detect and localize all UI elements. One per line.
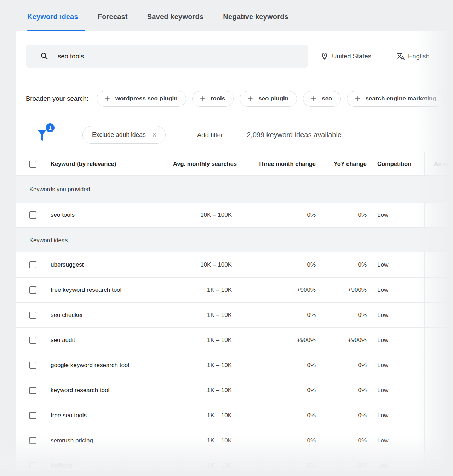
ad-impression-share-cell: [424, 353, 453, 378]
competition-cell: Low: [372, 203, 424, 227]
yoy-change-cell: 0%: [321, 353, 372, 378]
keyword-cell: free seo tools: [51, 403, 155, 428]
row-checkbox[interactable]: [29, 261, 36, 268]
broaden-chip-wordpress-seo-plugin[interactable]: wordpress seo plugin: [97, 91, 186, 107]
table-row[interactable]: semrush pricing 1K – 10K 0% 0% Low: [16, 428, 453, 453]
chip-label: tools: [211, 95, 225, 102]
plus-icon: [199, 95, 206, 102]
filter-count-badge: 1: [46, 123, 55, 132]
broaden-label: Broaden your search:: [26, 95, 88, 103]
filter-funnel-button[interactable]: 1: [36, 125, 53, 144]
three-month-change-cell: 0%: [242, 252, 321, 277]
column-header-competition[interactable]: Competition: [372, 152, 424, 175]
location-selector[interactable]: United States: [320, 45, 371, 68]
three-month-change-cell: 0%: [242, 403, 321, 428]
ad-impression-share-cell: [424, 453, 453, 471]
yoy-change-cell: 0%: [321, 203, 372, 227]
broaden-search-row: Broaden your search: wordpress seo plugi…: [16, 80, 453, 117]
search-input[interactable]: [58, 52, 284, 60]
remove-filter-icon[interactable]: [151, 132, 157, 138]
broaden-chip-list: wordpress seo plugin tools seo plugin se…: [97, 91, 445, 107]
competition-cell: Low: [372, 328, 424, 353]
avg-searches-cell: 1K – 10K: [155, 428, 242, 453]
table-header-row: Keyword (by relevance) Avg. monthly sear…: [16, 152, 453, 176]
keyword-cell: seo tools: [51, 203, 155, 227]
filter-row: 1 Exclude adult ideas Add filter 2,099 k…: [16, 117, 453, 152]
translate-icon: [396, 52, 405, 60]
broaden-chip-seo[interactable]: seo: [303, 91, 340, 107]
row-checkbox[interactable]: [29, 412, 36, 419]
exclude-adult-ideas-chip[interactable]: Exclude adult ideas: [82, 126, 166, 144]
three-month-change-cell: 0%: [242, 303, 321, 327]
yoy-change-cell: +900%: [321, 278, 372, 302]
language-label: English: [408, 52, 430, 60]
competition-cell: Low: [372, 353, 424, 378]
avg-searches-cell: 1K – 10K: [155, 403, 242, 428]
row-checkbox[interactable]: [29, 437, 36, 444]
avg-searches-cell: 1K – 10K: [155, 453, 242, 471]
keyword-search-box[interactable]: [26, 45, 308, 68]
ad-impression-share-cell: [424, 278, 453, 302]
table-row[interactable]: seo tools 10K – 100K 0% 0% Low: [16, 203, 453, 228]
avg-searches-cell: 1K – 10K: [155, 353, 242, 378]
keyword-ideas-available-count: 2,099 keyword ideas available: [247, 117, 342, 152]
section-header-keyword-ideas: Keyword ideas: [16, 228, 453, 252]
table-row[interactable]: free seo tools 1K – 10K 0% 0% Low: [16, 403, 453, 428]
column-header-ad-impression-share[interactable]: Ad impression share: [424, 152, 453, 175]
column-header-three-month-change[interactable]: Three month change: [242, 152, 321, 175]
yoy-change-cell: 0%: [321, 303, 372, 327]
row-checkbox[interactable]: [29, 337, 36, 344]
select-all-checkbox[interactable]: [29, 161, 36, 168]
keyword-cell: seo checker: [51, 303, 155, 327]
yoy-change-cell: 0%: [321, 378, 372, 403]
ad-impression-share-cell: [424, 428, 453, 453]
keyword-cell: free keyword research tool: [51, 278, 155, 302]
three-month-change-cell: +900%: [242, 328, 321, 353]
tab-negative-keywords[interactable]: Negative keywords: [223, 13, 288, 21]
table-row[interactable]: kwfinder 1K – 10K 0% 0% Low: [16, 453, 453, 471]
table-row[interactable]: ubersuggest 10K – 100K 0% 0% Low: [16, 252, 453, 278]
row-checkbox[interactable]: [29, 387, 36, 394]
tab-bar: Keyword ideas Forecast Saved keywords Ne…: [27, 13, 288, 21]
row-checkbox[interactable]: [29, 362, 36, 369]
row-checkbox[interactable]: [29, 312, 36, 319]
ad-impression-share-cell: [424, 378, 453, 403]
broaden-chip-seo-plugin[interactable]: seo plugin: [240, 91, 297, 107]
table-row[interactable]: seo checker 1K – 10K 0% 0% Low: [16, 303, 453, 328]
row-checkbox[interactable]: [29, 211, 36, 219]
broaden-chip-tools[interactable]: tools: [192, 91, 234, 107]
search-section: United States English: [16, 31, 453, 80]
row-checkbox[interactable]: [29, 462, 36, 469]
chip-label: wordpress seo plugin: [115, 95, 178, 102]
chip-label: seo plugin: [258, 95, 288, 102]
column-header-keyword[interactable]: Keyword (by relevance): [51, 152, 155, 175]
avg-searches-cell: 1K – 10K: [155, 378, 242, 403]
three-month-change-cell: 0%: [242, 453, 321, 471]
yoy-change-cell: 0%: [321, 252, 372, 277]
tab-keyword-ideas[interactable]: Keyword ideas: [27, 13, 78, 21]
yoy-change-cell: 0%: [321, 453, 372, 471]
three-month-change-cell: +900%: [242, 278, 321, 302]
three-month-change-cell: 0%: [242, 378, 321, 403]
language-selector[interactable]: English: [396, 45, 430, 68]
keyword-cell: google keyword research tool: [51, 353, 155, 378]
broaden-chip-search-engine-marketing[interactable]: search engine marketing: [347, 91, 445, 107]
keyword-cell: kwfinder: [51, 453, 155, 471]
avg-searches-cell: 10K – 100K: [155, 203, 242, 227]
column-header-yoy-change[interactable]: YoY change: [321, 152, 372, 175]
table-row[interactable]: seo audit 1K – 10K +900% +900% Low: [16, 328, 453, 353]
yoy-change-cell: 0%: [321, 403, 372, 428]
tab-saved-keywords[interactable]: Saved keywords: [147, 13, 204, 21]
avg-searches-cell: 1K – 10K: [155, 328, 242, 353]
column-header-avg-monthly-searches[interactable]: Avg. monthly searches: [155, 152, 242, 175]
table-row[interactable]: google keyword research tool 1K – 10K 0%…: [16, 353, 453, 378]
table-row[interactable]: keyword research tool 1K – 10K 0% 0% Low: [16, 378, 453, 403]
row-checkbox[interactable]: [29, 286, 36, 294]
keyword-cell: keyword research tool: [51, 378, 155, 403]
add-filter-button[interactable]: Add filter: [197, 117, 223, 152]
tab-forecast[interactable]: Forecast: [98, 13, 128, 21]
table-row[interactable]: free keyword research tool 1K – 10K +900…: [16, 278, 453, 303]
keyword-cell: ubersuggest: [51, 252, 155, 277]
keyword-planner-panel: United States English Broaden your searc…: [16, 31, 453, 471]
filter-chip-label: Exclude adult ideas: [92, 131, 146, 139]
